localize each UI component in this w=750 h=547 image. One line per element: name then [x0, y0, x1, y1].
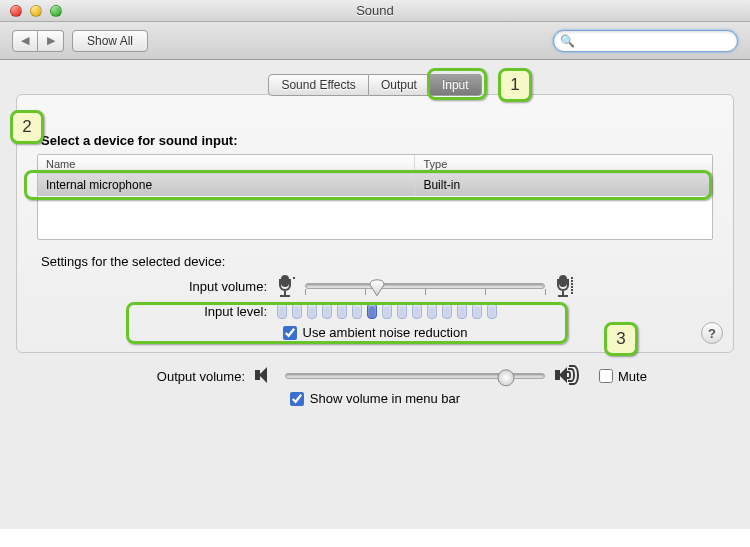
mute-checkbox[interactable] — [599, 369, 613, 383]
input-level-row: Input level: — [37, 303, 713, 319]
device-table-header: Name Type — [38, 155, 712, 174]
input-volume-row: Input volume: — [37, 275, 713, 297]
level-led — [487, 303, 497, 319]
nav-segment: ◀ ▶ — [12, 30, 64, 52]
content: Sound Effects Output Input Select a devi… — [0, 60, 750, 529]
level-led — [322, 303, 332, 319]
toolbar: ◀ ▶ Show All 🔍 — [0, 22, 750, 60]
ambient-noise-label: Use ambient noise reduction — [303, 325, 468, 340]
level-led — [412, 303, 422, 319]
output-volume-row: Output volume: Mute — [95, 367, 655, 385]
show-menu-row: Show volume in menu bar — [95, 391, 655, 406]
show-all-button[interactable]: Show All — [72, 30, 148, 52]
tab-output[interactable]: Output — [369, 74, 430, 96]
device-type: Built-in — [415, 174, 712, 196]
column-name: Name — [38, 155, 415, 173]
mute-label: Mute — [618, 369, 647, 384]
window-minimize-button[interactable] — [30, 5, 42, 17]
search-input[interactable] — [579, 34, 731, 48]
show-menu-checkbox[interactable] — [290, 392, 304, 406]
ambient-row: Use ambient noise reduction — [37, 325, 713, 340]
level-led — [457, 303, 467, 319]
settings-label: Settings for the selected device: — [41, 254, 713, 269]
input-volume-slider[interactable] — [305, 277, 545, 295]
input-level-label: Input level: — [37, 304, 267, 319]
device-name: Internal microphone — [38, 174, 415, 196]
level-led — [442, 303, 452, 319]
level-led — [382, 303, 392, 319]
level-led — [337, 303, 347, 319]
help-button[interactable]: ? — [701, 322, 723, 344]
microphone-low-icon — [277, 275, 295, 297]
input-panel: Select a device for sound input: Name Ty… — [16, 94, 734, 353]
level-led — [352, 303, 362, 319]
input-level-meter — [277, 303, 497, 319]
output-section: Output volume: Mute Show volume in menu — [95, 367, 655, 406]
level-led — [292, 303, 302, 319]
tabs: Sound Effects Output Input — [268, 74, 481, 96]
device-table[interactable]: Name Type Internal microphone Built-in — [37, 154, 713, 240]
microphone-high-icon — [555, 275, 573, 297]
speaker-low-icon — [255, 367, 275, 385]
level-led — [427, 303, 437, 319]
output-volume-label: Output volume: — [95, 369, 245, 384]
svg-point-0 — [498, 370, 514, 386]
forward-button[interactable]: ▶ — [38, 30, 64, 52]
titlebar: Sound — [0, 0, 750, 22]
level-led — [472, 303, 482, 319]
level-led — [307, 303, 317, 319]
table-row[interactable]: Internal microphone Built-in — [38, 174, 712, 196]
search-icon: 🔍 — [560, 34, 575, 48]
window-zoom-button[interactable] — [50, 5, 62, 17]
tab-input[interactable]: Input — [430, 74, 482, 96]
level-led — [277, 303, 287, 319]
window-title: Sound — [0, 3, 750, 18]
speaker-high-icon — [555, 367, 583, 385]
show-menu-label: Show volume in menu bar — [310, 391, 460, 406]
level-led — [397, 303, 407, 319]
level-led — [367, 303, 377, 319]
window-close-button[interactable] — [10, 5, 22, 17]
search-field[interactable]: 🔍 — [553, 30, 738, 52]
output-volume-slider[interactable] — [285, 367, 545, 385]
column-type: Type — [415, 155, 712, 173]
tab-sound-effects[interactable]: Sound Effects — [268, 74, 369, 96]
back-button[interactable]: ◀ — [12, 30, 38, 52]
ambient-noise-checkbox[interactable] — [283, 326, 297, 340]
select-device-label: Select a device for sound input: — [41, 133, 713, 148]
input-volume-label: Input volume: — [37, 279, 267, 294]
